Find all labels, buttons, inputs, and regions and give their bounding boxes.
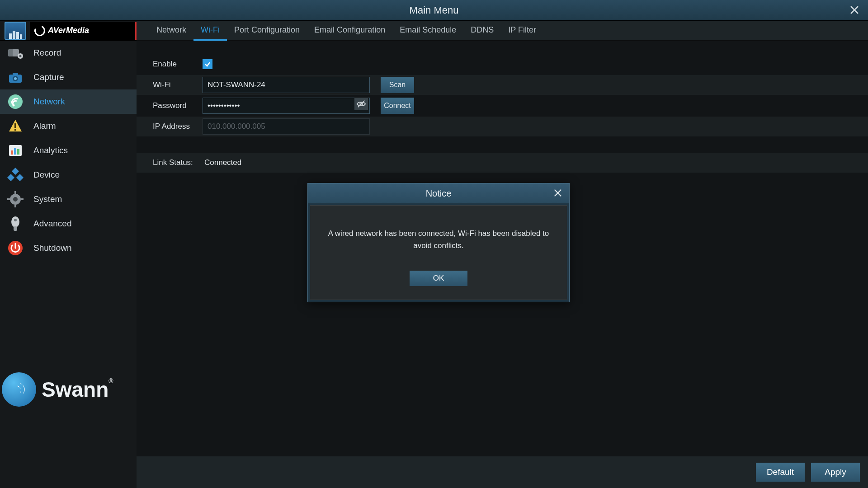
dialog-message: A wired network has been connected, Wi-F…: [323, 227, 554, 252]
sidebar-item-network[interactable]: Network: [0, 89, 137, 114]
password-input[interactable]: [203, 98, 370, 114]
svg-rect-15: [14, 129, 16, 131]
link-status-value: Connected: [204, 158, 241, 167]
svg-rect-18: [14, 148, 16, 155]
footer-brand-icon: [2, 372, 36, 407]
window-close-button[interactable]: [847, 3, 862, 17]
tab-label: Wi-Fi: [201, 25, 220, 35]
enable-checkbox[interactable]: [203, 59, 212, 69]
tab-email-configuration[interactable]: Email Configuration: [307, 21, 392, 41]
wifi-label: Wi-Fi: [137, 80, 203, 89]
alarm-icon: [5, 116, 25, 136]
svg-rect-25: [21, 198, 24, 200]
svg-rect-17: [11, 150, 13, 155]
row-password: Password Connect: [137, 96, 868, 116]
close-icon: [553, 188, 563, 198]
sidebar-item-capture[interactable]: Capture: [0, 65, 137, 89]
ip-label: IP Address: [137, 122, 203, 131]
brand-strip: AVerMedia: [0, 21, 137, 41]
svg-rect-0: [9, 33, 12, 39]
tab-label: IP Filter: [508, 25, 536, 35]
dialog-title: Notice: [426, 188, 452, 199]
ip-address-field: [203, 118, 370, 135]
sidebar-item-label: System: [33, 194, 62, 204]
tab-ddns[interactable]: DDNS: [463, 21, 501, 41]
dialog-ok-button[interactable]: OK: [410, 271, 467, 286]
apply-button[interactable]: Apply: [811, 463, 860, 482]
sidebar-item-record[interactable]: Record: [0, 41, 137, 65]
row-ip-address: IP Address: [137, 117, 868, 136]
svg-line-31: [358, 101, 365, 108]
svg-rect-24: [7, 198, 10, 200]
row-wifi: Wi-Fi Scan: [137, 75, 868, 95]
app-window: Main Menu AVerMedia: [0, 0, 868, 488]
svg-rect-3: [20, 34, 22, 39]
svg-point-7: [19, 55, 22, 57]
tabs: Network Wi-Fi Port Configuration Email C…: [137, 21, 868, 41]
svg-point-11: [14, 77, 17, 80]
default-button[interactable]: Default: [756, 463, 805, 482]
connect-button[interactable]: Connect: [381, 98, 414, 114]
footer-bar: Default Apply: [137, 456, 868, 488]
sidebar-item-shutdown[interactable]: Shutdown: [0, 236, 137, 260]
svg-rect-27: [14, 226, 17, 231]
sidebar-item-system[interactable]: System: [0, 187, 137, 211]
tab-port-configuration[interactable]: Port Configuration: [227, 21, 307, 41]
analytics-icon: [5, 141, 25, 160]
tab-label: Port Configuration: [234, 25, 300, 35]
svg-point-12: [8, 94, 23, 109]
sidebar-item-alarm[interactable]: Alarm: [0, 114, 137, 138]
svg-point-28: [14, 219, 17, 221]
tab-label: Network: [156, 25, 186, 35]
password-label: Password: [137, 101, 203, 110]
dialog-close-button[interactable]: [551, 186, 565, 200]
notice-dialog: Notice A wired network has been connecte…: [307, 183, 570, 302]
tab-email-schedule[interactable]: Email Schedule: [392, 21, 463, 41]
svg-point-13: [13, 104, 15, 107]
scan-button[interactable]: Scan: [381, 77, 414, 93]
tab-network[interactable]: Network: [149, 21, 193, 41]
top-brand-logo: AVerMedia: [30, 22, 137, 40]
system-icon: [5, 189, 25, 209]
sidebar-item-analytics[interactable]: Analytics: [0, 138, 137, 163]
close-icon: [849, 5, 860, 15]
svg-rect-14: [14, 123, 16, 128]
check-icon: [204, 61, 211, 68]
svg-rect-22: [14, 191, 16, 194]
wifi-ssid-input[interactable]: [203, 77, 370, 93]
toggle-password-visibility-button[interactable]: [354, 98, 368, 110]
sidebar-item-label: Advanced: [33, 219, 72, 229]
svg-rect-2: [16, 32, 19, 39]
shutdown-icon: [5, 238, 25, 258]
sidebar-items: Record Capture Network: [0, 41, 137, 260]
link-status-label: Link Status:: [137, 158, 204, 167]
svg-point-21: [13, 197, 18, 202]
sidebar-item-device[interactable]: Device: [0, 163, 137, 187]
titlebar: Main Menu: [0, 0, 868, 21]
tab-label: DDNS: [471, 25, 494, 35]
brand-swirl-icon: [33, 23, 47, 38]
footer-brand: Swann®: [2, 372, 113, 407]
sidebar-item-label: Record: [33, 48, 61, 58]
row-enable: Enable: [137, 54, 868, 74]
sidebar-item-label: Alarm: [33, 121, 56, 131]
sidebar-item-label: Capture: [33, 72, 64, 82]
network-icon: [5, 92, 25, 112]
dialog-body: A wired network has been connected, Wi-F…: [310, 205, 567, 300]
eye-slash-icon: [356, 99, 366, 109]
row-link-status: Link Status: Connected: [137, 153, 868, 173]
sidebar-item-label: Analytics: [33, 145, 68, 155]
tab-label: Email Schedule: [400, 25, 456, 35]
svg-rect-23: [14, 205, 16, 207]
capture-icon: [5, 67, 25, 87]
top-brand-text: AVerMedia: [48, 26, 89, 35]
device-icon: [5, 165, 25, 185]
svg-point-26: [11, 216, 19, 227]
tab-ip-filter[interactable]: IP Filter: [501, 21, 543, 41]
sidebar-item-label: Shutdown: [33, 243, 72, 253]
sidebar-item-label: Device: [33, 170, 60, 180]
brand-tile-icon: [5, 22, 26, 40]
svg-rect-1: [13, 31, 15, 39]
tab-wifi[interactable]: Wi-Fi: [193, 21, 227, 41]
sidebar-item-advanced[interactable]: Advanced: [0, 211, 137, 236]
